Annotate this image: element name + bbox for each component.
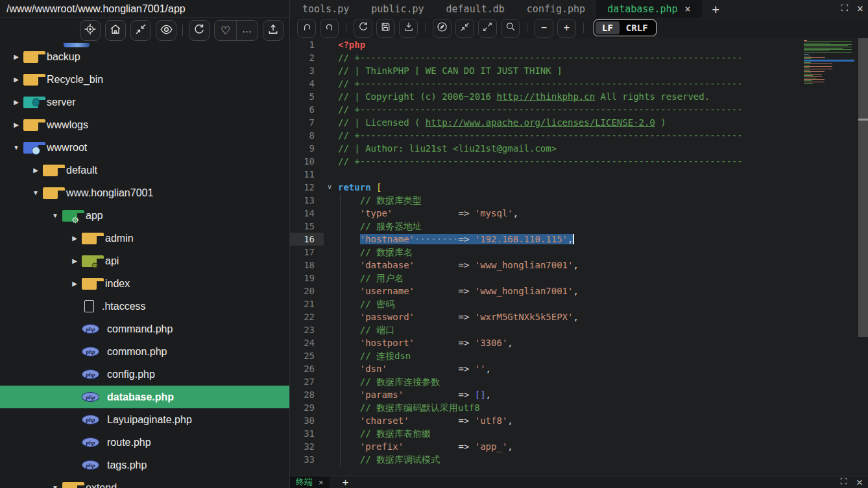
code-line[interactable]: 18 'database' => 'www_honglian7001', — [290, 259, 858, 272]
chevron-right-icon[interactable]: ▶ — [67, 280, 82, 287]
tree-item-default[interactable]: ▶default — [0, 159, 289, 181]
zoom-out-button[interactable]: − — [535, 19, 553, 38]
tree-item-wwwlogs[interactable]: ▶wwwlogs — [0, 113, 289, 136]
line-number[interactable]: 10 — [290, 155, 324, 168]
line-number[interactable]: 31 — [290, 427, 324, 440]
search-button[interactable] — [501, 19, 520, 38]
new-terminal-button[interactable]: + — [343, 477, 349, 488]
collapse-tree-button[interactable] — [130, 20, 151, 41]
tab-config.php[interactable]: config.php — [516, 0, 596, 17]
scrollbar-thumb[interactable] — [858, 38, 868, 337]
tree-item-Layuipaginate.php[interactable]: phpLayuipaginate.php — [0, 408, 289, 431]
line-number[interactable]: 14 — [290, 207, 324, 220]
chevron-right-icon[interactable]: ▶ — [9, 76, 23, 83]
new-tab-button[interactable]: + — [702, 0, 730, 17]
chevron-right-icon[interactable]: ▶ — [9, 53, 23, 60]
code-line[interactable]: 29 // 数据库编码默认采用utf8 — [290, 401, 858, 414]
tree-item-backup[interactable]: ▶backup — [0, 45, 289, 68]
code-line[interactable]: 6// +-----------------------------------… — [290, 103, 858, 116]
close-editor-icon[interactable]: × — [857, 3, 863, 14]
fold-chevron-icon[interactable]: ∨ — [324, 181, 335, 194]
line-number[interactable]: 24 — [290, 336, 324, 349]
tab-default.db[interactable]: default.db — [435, 0, 516, 17]
tree-item-extend[interactable]: ▼extend — [0, 476, 289, 488]
code-line[interactable]: 21 // 密码 — [290, 297, 858, 310]
zoom-in-button[interactable]: + — [557, 19, 576, 38]
refresh-file-button[interactable] — [354, 19, 372, 38]
code-line[interactable]: 12∨return [ — [290, 181, 858, 194]
line-number[interactable]: 26 — [290, 362, 324, 375]
close-terminal-icon[interactable]: × — [319, 478, 324, 487]
tree-item-server[interactable]: ▶server — [0, 91, 289, 113]
line-number[interactable]: 1 — [290, 38, 324, 51]
minimap[interactable] — [804, 40, 854, 84]
line-number[interactable]: 18 — [290, 259, 324, 272]
tree-item-tags.php[interactable]: phptags.php — [0, 454, 289, 476]
tab-tools.py[interactable]: tools.py — [291, 0, 360, 17]
line-number[interactable]: 2 — [290, 51, 324, 64]
path-input[interactable] — [6, 3, 283, 15]
line-number[interactable]: 29 — [290, 401, 324, 414]
line-number[interactable]: 11 — [290, 168, 324, 181]
line-number[interactable]: 7 — [290, 116, 324, 129]
tree-item-api[interactable]: ▶⚙api — [0, 250, 289, 272]
line-number[interactable]: 8 — [290, 129, 324, 142]
tree-item-app[interactable]: ▼⚙app — [0, 204, 289, 227]
line-ending-crlf[interactable]: CRLF — [620, 21, 655, 34]
fullscreen-button[interactable] — [840, 3, 849, 15]
code-line[interactable]: 17 // 数据库名 — [290, 246, 858, 259]
close-terminal-panel-icon[interactable]: × — [856, 477, 863, 488]
code-line[interactable]: 19 // 用户名 — [290, 272, 858, 285]
code-line[interactable]: 26 'dsn' => '', — [290, 362, 858, 375]
code-line[interactable]: 7// | Licensed ( http://www.apache.org/l… — [290, 116, 858, 129]
code-line[interactable]: 31 // 数据库表前缀 — [290, 427, 858, 440]
code-line[interactable]: 3// | ThinkPHP [ WE CAN DO IT JUST THINK… — [290, 64, 858, 77]
chevron-down-icon[interactable]: ▼ — [48, 484, 62, 488]
line-number[interactable]: 13 — [290, 194, 324, 207]
chevron-right-icon[interactable]: ▶ — [67, 257, 82, 264]
collapse-code-button[interactable] — [455, 19, 474, 38]
line-number[interactable]: 17 — [290, 246, 324, 259]
code-line[interactable]: 30 'charset' => 'utf8', — [290, 414, 858, 427]
line-number[interactable]: 5 — [290, 90, 324, 103]
line-number[interactable]: 3 — [290, 64, 324, 77]
line-number[interactable]: 22 — [290, 310, 324, 323]
code-line[interactable]: 27 // 数据库连接参数 — [290, 375, 858, 388]
tree-item-database.php[interactable]: phpdatabase.php — [0, 386, 289, 408]
code-editor[interactable]: 1<?php2// +-----------------------------… — [290, 38, 868, 476]
expand-code-button[interactable] — [478, 19, 497, 38]
tree-item-common.php[interactable]: phpcommon.php — [0, 340, 289, 363]
chevron-down-icon[interactable]: ▼ — [9, 144, 23, 151]
line-number[interactable]: 25 — [290, 349, 324, 362]
chevron-down-icon[interactable]: ▼ — [29, 189, 43, 196]
tree-item-route.php[interactable]: phproute.php — [0, 431, 289, 454]
line-number[interactable]: 20 — [290, 285, 324, 297]
terminal-tab[interactable]: 终端 × — [290, 476, 330, 488]
code-line[interactable]: 13 // 数据库类型 — [290, 194, 858, 207]
chevron-right-icon[interactable]: ▶ — [67, 235, 82, 242]
code-line[interactable]: 16 'hostname'········=> '192.168.110.115… — [290, 233, 858, 246]
code-line[interactable]: 33 // 数据库调试模式 — [290, 453, 858, 466]
code-line[interactable]: 10// +----------------------------------… — [290, 155, 858, 168]
tree-item-.htaccess[interactable]: .htaccess — [0, 295, 289, 318]
code-line[interactable]: 22 'password' => 'wxrM5GtNXk5k5EPX', — [290, 310, 858, 323]
chevron-down-icon[interactable]: ▼ — [48, 212, 62, 219]
line-number[interactable]: 4 — [290, 77, 324, 90]
tree-item-wwwroot[interactable]: ▼wwwroot — [0, 136, 289, 159]
code-line[interactable]: 2// +-----------------------------------… — [290, 51, 858, 64]
tab-public.py[interactable]: public.py — [360, 0, 435, 17]
line-number[interactable]: 33 — [290, 453, 324, 466]
line-number[interactable]: 12 — [290, 181, 324, 194]
tree-item-Recycle_bin[interactable]: ▶Recycle_bin — [0, 68, 289, 91]
save-button[interactable] — [376, 19, 395, 38]
refresh-tree-button[interactable] — [189, 20, 210, 41]
undo-button[interactable] — [297, 19, 316, 38]
line-number[interactable]: 27 — [290, 375, 324, 388]
code-line[interactable]: 15 // 服务器地址 — [290, 220, 858, 233]
line-number[interactable]: 16 — [290, 233, 324, 246]
format-button[interactable] — [433, 19, 452, 38]
code-line[interactable]: 14 'type' => 'mysql', — [290, 207, 858, 220]
code-line[interactable]: 25 // 连接dsn — [290, 349, 858, 362]
download-button[interactable] — [399, 19, 418, 38]
preview-button[interactable] — [156, 20, 176, 41]
